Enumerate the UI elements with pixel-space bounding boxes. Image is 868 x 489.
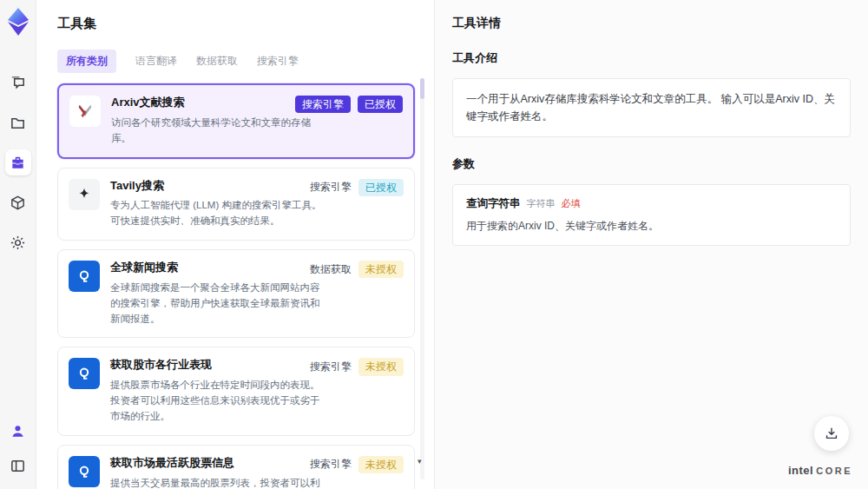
tab-language-translation[interactable]: 语言翻译 [135,50,177,73]
folder-icon[interactable] [5,109,31,135]
tab-data-fetching[interactable]: 数据获取 [196,50,238,73]
category-label: 搜索引擎 [310,360,352,374]
intro-heading: 工具介绍 [452,50,851,66]
tool-detail-panel: 工具详情 工具介绍 一个用于从Arxiv存储库搜索科学论文和文章的工具。 输入可… [434,0,868,489]
toolbox-icon[interactable] [5,149,31,175]
tab-search-engine[interactable]: 搜索引擎 [257,50,299,73]
auth-status-badge: 未授权 [358,358,404,375]
panel-collapse-icon[interactable] [5,453,31,479]
scrollbar-down-arrow-icon[interactable]: ▾ [418,457,422,466]
blue-search-logo-icon [69,358,100,389]
tool-card-global-news[interactable]: 全球新闻搜索 全球新闻搜索是一个聚合全球各大新闻网站内容的搜索引擎，帮助用户快速… [57,249,415,338]
rail-nav [5,69,31,255]
tool-list: Arxiv文献搜索 访问各个研究领域大量科学论文和文章的存储库。 搜索引擎 已授… [57,83,415,489]
intro-text: 一个用于从Arxiv存储库搜索科学论文和文章的工具。 输入可以是Arxiv ID… [466,90,837,125]
blue-search-logo-icon [69,456,100,487]
tool-desc: 访问各个研究领域大量科学论文和文章的存储库。 [111,116,326,147]
params-heading: 参数 [452,156,851,172]
param-name: 查询字符串 [466,196,521,211]
package-icon[interactable] [5,189,31,215]
app-window: 工具集 所有类别 语言翻译 数据获取 搜索引擎 Arxiv文献搜索 访问 [0,0,868,489]
tool-card-most-active-stocks[interactable]: 获取市场最活跃股票信息 提供当天交易量最高的股票列表，投资者可以利用这些信息来识… [57,445,415,489]
param-required-flag: 必填 [562,197,581,210]
arxiv-logo-icon [69,96,101,127]
tool-name: 获取市场最活跃股票信息 [110,456,326,471]
list-scrollbar[interactable]: ▾ [420,78,424,479]
tab-all-categories[interactable]: 所有类别 [57,50,116,73]
category-tabs: 所有类别 语言翻译 数据获取 搜索引擎 [57,50,434,73]
tool-desc: 提供当天交易量最高的股票列表，投资者可以利用这些信息来识别流动性强的股票和潜在的… [110,476,326,489]
app-logo-gem-icon [5,7,31,36]
category-label: 搜索引擎 [310,180,352,195]
tool-name: Tavily搜索 [110,179,326,194]
tool-name: 全球新闻搜索 [110,261,326,275]
blue-search-logo-icon [69,261,100,292]
auth-status-badge: 未授权 [358,456,404,473]
intel-core-logo: intel CORE [788,464,852,477]
auth-status-badge: 已授权 [358,96,403,113]
intro-box: 一个用于从Arxiv存储库搜索科学论文和文章的工具。 输入可以是Arxiv ID… [452,78,851,137]
tool-card-arxiv[interactable]: Arxiv文献搜索 访问各个研究领域大量科学论文和文章的存储库。 搜索引擎 已授… [57,83,415,159]
tool-list-panel: 工具集 所有类别 语言翻译 数据获取 搜索引擎 Arxiv文献搜索 访问 [36,0,434,489]
category-label: 数据获取 [310,262,352,277]
user-icon[interactable] [5,418,31,444]
tool-name: 获取股市各行业表现 [110,358,326,373]
tool-desc: 提供股票市场各个行业在特定时间段内的表现。投资者可以利用这些信息来识别表现优于或… [110,378,326,424]
category-badge: 搜索引擎 [295,96,351,113]
scrollbar-thumb[interactable] [420,78,424,99]
page-title: 工具集 [57,16,434,32]
chat-icon[interactable] [5,69,31,96]
rail-bottom [5,418,31,479]
tool-card-tavily[interactable]: Tavily搜索 专为人工智能代理 (LLM) 构建的搜索引擎工具。可快速提供实… [57,168,415,241]
brand-intel-text: intel [788,464,813,477]
detail-title: 工具详情 [452,16,851,31]
tool-desc: 全球新闻搜索是一个聚合全球各大新闻网站内容的搜索引擎，帮助用户快速获取全球最新资… [110,281,326,327]
download-button[interactable] [814,416,849,451]
auth-status-badge: 已授权 [358,179,404,196]
sparkle-logo-icon [69,179,100,210]
tool-desc: 专为人工智能代理 (LLM) 构建的搜索引擎工具。可快速提供实时、准确和真实的结… [110,198,326,229]
param-desc: 用于搜索的Arxiv ID、关键字或作者姓名。 [466,219,837,234]
category-label: 搜索引擎 [310,457,352,472]
param-type: 字符串 [527,197,556,210]
tool-card-sector-performance[interactable]: 获取股市各行业表现 提供股票市场各个行业在特定时间段内的表现。投资者可以利用这些… [57,347,415,435]
gear-icon[interactable] [5,229,31,255]
tool-name: Arxiv文献搜索 [111,96,326,110]
brand-core-text: CORE [816,466,852,476]
auth-status-badge: 未授权 [358,261,404,278]
left-rail [0,0,36,489]
param-box: 查询字符串 字符串 必填 用于搜索的Arxiv ID、关键字或作者姓名。 [452,184,851,246]
